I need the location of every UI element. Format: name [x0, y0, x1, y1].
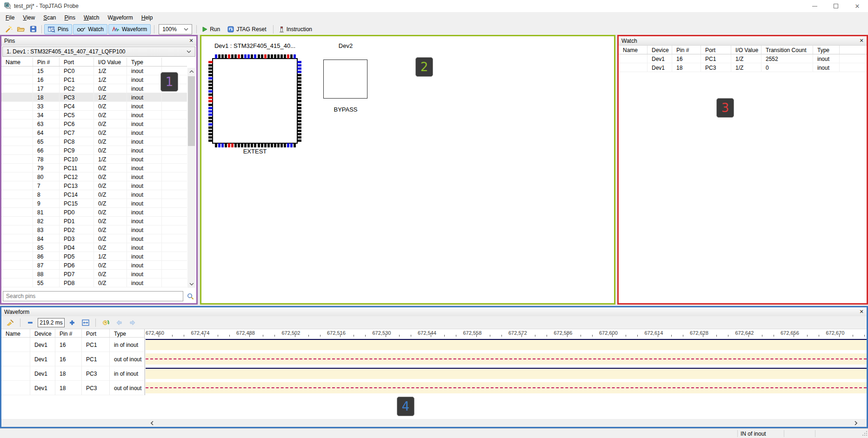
pins-vertical-scrollbar[interactable] [187, 68, 195, 288]
go-to-latest-button[interactable] [100, 318, 112, 328]
chip-pin[interactable] [231, 54, 234, 59]
waveform-row[interactable]: Dev116PC1in of inout [1, 338, 867, 352]
chip-pin[interactable] [208, 123, 213, 126]
zoom-select[interactable]: 100% [159, 24, 192, 34]
scroll-up-icon[interactable] [187, 68, 195, 75]
menu-view[interactable]: View [19, 13, 39, 23]
next-transition-button[interactable] [127, 318, 139, 328]
pins-table-row[interactable]: 66PC90/Zinout [1, 146, 187, 155]
waveform-horizontal-scrollbar[interactable] [1, 419, 867, 427]
waveform-lane[interactable] [145, 338, 867, 352]
dev2-chip[interactable] [323, 60, 367, 99]
save-project-button[interactable] [27, 24, 39, 34]
chip-pin[interactable] [297, 93, 301, 96]
dev1-chip[interactable] [212, 58, 298, 144]
chip-pin[interactable] [280, 143, 283, 147]
pins-column-header[interactable]: Pin # [33, 58, 60, 66]
open-project-button[interactable] [15, 24, 27, 34]
chip-pin[interactable] [208, 64, 213, 66]
chip-pin[interactable] [277, 54, 280, 59]
watch-column-header[interactable]: Transition Count [761, 46, 813, 54]
resize-grip-icon[interactable] [862, 431, 868, 438]
pins-table-row[interactable]: 34PC50/Zinout [1, 111, 187, 119]
chip-pin[interactable] [267, 54, 270, 59]
chip-pin[interactable] [294, 54, 296, 59]
chip-pin[interactable] [284, 143, 286, 147]
watch-column-header[interactable]: Pin # [672, 46, 701, 54]
waveform-column-header[interactable]: Device [30, 329, 55, 337]
pins-table-row[interactable]: 9PC150/Zinout [1, 199, 187, 208]
watch-table-row[interactable]: Dev118PC31/Z0inout [619, 63, 867, 72]
chip-pin[interactable] [297, 107, 301, 109]
watch-toggle-button[interactable]: Watch [73, 24, 107, 34]
pins-table-row[interactable]: 85PD40/Zinout [1, 243, 187, 252]
chip-pin[interactable] [234, 143, 237, 147]
zoom-in-time-button[interactable] [66, 318, 78, 328]
chip-pin[interactable] [208, 87, 213, 89]
waveform-lane[interactable] [145, 381, 867, 395]
watch-column-header[interactable]: Name [619, 46, 648, 54]
chip-pin[interactable] [208, 80, 213, 83]
chip-pin[interactable] [297, 87, 301, 89]
chip-pin[interactable] [274, 54, 276, 59]
pins-table-row[interactable]: 18PC31/Zinout [1, 93, 187, 102]
chip-pin[interactable] [284, 54, 286, 59]
fit-width-button[interactable] [80, 318, 92, 328]
chip-pin[interactable] [297, 80, 301, 83]
waveform-column-header[interactable]: Pin # [55, 329, 82, 337]
chip-pin[interactable] [271, 143, 273, 147]
pins-table-row[interactable]: 33PC40/Zinout [1, 102, 187, 111]
chip-pin[interactable] [297, 90, 301, 93]
close-button[interactable]: ✕ [847, 0, 868, 12]
chip-pin[interactable] [208, 100, 213, 102]
chip-pin[interactable] [258, 143, 260, 147]
pins-table-row[interactable]: 63PC60/Zinout [1, 119, 187, 128]
run-button[interactable]: Run [199, 24, 223, 34]
chip-pin[interactable] [297, 100, 301, 102]
chip-pin[interactable] [297, 71, 301, 73]
pins-table-row[interactable]: 55PD80/Zinout [1, 279, 187, 287]
waveform-row[interactable]: Dev118PC3out of inout [1, 381, 867, 395]
chip-pin[interactable] [297, 123, 301, 126]
chip-pin[interactable] [297, 74, 301, 76]
chip-pin[interactable] [297, 110, 301, 113]
chip-pin[interactable] [208, 97, 213, 99]
chip-pin[interactable] [228, 143, 230, 147]
watch-column-header[interactable]: Port [701, 46, 731, 54]
search-button[interactable] [185, 292, 195, 301]
pins-table-row[interactable]: 16PC11/Zinout [1, 75, 187, 84]
waveform-panel-close-icon[interactable]: ✕ [858, 308, 865, 316]
pins-table-row[interactable]: 8PC140/Zinout [1, 190, 187, 199]
chip-pin[interactable] [254, 143, 256, 147]
pins-table-row[interactable]: 7PC130/Zinout [1, 181, 187, 190]
chip-pin[interactable] [208, 107, 213, 109]
chip-pin[interactable] [244, 54, 247, 59]
chip-pin[interactable] [297, 113, 301, 116]
chip-pin[interactable] [208, 84, 213, 86]
waveform-row[interactable]: Dev116PC1out of inout [1, 352, 867, 366]
chip-pin[interactable] [241, 54, 243, 59]
chip-pin[interactable] [267, 143, 270, 147]
menu-watch[interactable]: Watch [80, 13, 104, 23]
chip-pin[interactable] [297, 120, 301, 122]
chip-pin[interactable] [251, 54, 253, 59]
pins-panel-close-icon[interactable]: ✕ [187, 37, 195, 45]
chip-pin[interactable] [247, 54, 250, 59]
waveform-lane[interactable] [145, 366, 867, 381]
chip-pin[interactable] [208, 61, 213, 63]
chip-pin[interactable] [297, 61, 301, 63]
chip-pin[interactable] [208, 117, 213, 119]
chip-pin[interactable] [297, 77, 301, 80]
chip-pin[interactable] [297, 126, 301, 129]
pins-table-row[interactable]: 81PD00/Zinout [1, 208, 187, 217]
zoom-out-time-button[interactable] [24, 318, 36, 328]
menu-scan[interactable]: Scan [39, 13, 60, 23]
pins-table-row[interactable]: 80PC120/Zinout [1, 173, 187, 181]
pins-column-header[interactable]: Type [127, 58, 162, 66]
chip-pin[interactable] [208, 133, 213, 135]
chip-pin[interactable] [297, 117, 301, 119]
waveform-timeline-ruler[interactable]: 672,460672,474672,488672,502672,516672,5… [145, 329, 867, 338]
chip-pin[interactable] [280, 54, 283, 59]
pins-table-row[interactable]: 64PC70/Zinout [1, 128, 187, 137]
chip-pin[interactable] [225, 143, 227, 147]
